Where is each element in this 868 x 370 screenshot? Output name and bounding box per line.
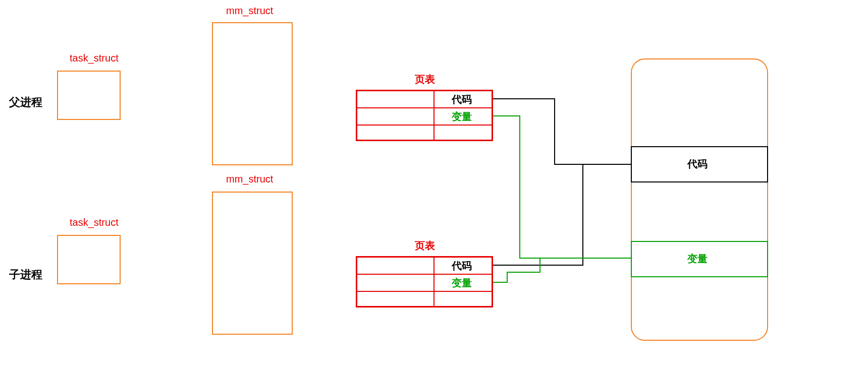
physical-memory-box: [631, 58, 768, 341]
child-process-label: 子进程: [9, 267, 42, 282]
mm-struct-parent-label: mm_struct: [226, 5, 273, 17]
pt-parent-row1-label: 变量: [452, 110, 472, 124]
task-struct-child-label: task_struct: [70, 217, 119, 228]
mm-struct-parent-box: [212, 22, 293, 165]
task-struct-parent-label: task_struct: [70, 52, 119, 64]
pt-child-r1c0: [357, 274, 434, 291]
pt-parent-row0-label: 代码: [452, 93, 472, 106]
pt-child-r2c0: [357, 291, 434, 306]
pt-parent-r1c0: [357, 108, 434, 125]
parent-process-label: 父进程: [9, 95, 42, 110]
pt-child-r0c0: [357, 257, 434, 274]
pt-child-r2c1: [434, 291, 492, 306]
diagram-stage: 父进程 子进程 task_struct task_struct mm_struc…: [0, 0, 868, 370]
page-table-parent-label: 页表: [415, 73, 435, 86]
mm-struct-child-label: mm_struct: [226, 173, 273, 185]
pt-child-row1-label: 变量: [452, 276, 472, 290]
page-table-child-label: 页表: [415, 239, 435, 253]
pt-parent-r2c1: [434, 125, 492, 140]
mm-struct-child-box: [212, 192, 293, 335]
memory-var-label: 变量: [687, 252, 708, 266]
pt-parent-r2c0: [357, 125, 434, 140]
pt-child-row0-label: 代码: [452, 259, 472, 273]
memory-code-label: 代码: [687, 157, 708, 171]
pt-parent-r0c0: [357, 91, 434, 108]
task-struct-parent-box: [57, 71, 121, 120]
task-struct-child-box: [57, 235, 121, 284]
